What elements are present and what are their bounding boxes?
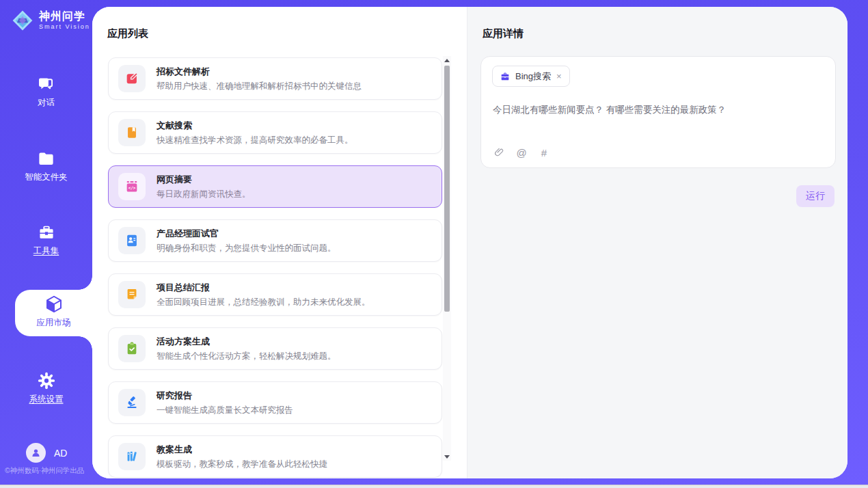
gear-icon — [37, 371, 56, 390]
user-account[interactable]: AD — [26, 443, 67, 463]
tool-chip-label: Bing搜索 — [515, 70, 551, 83]
app-card-list: 招标文件解析 帮助用户快速、准确地理解和解析招标书中的关键信息 文献搜索 快速精… — [108, 57, 442, 478]
brand-name: 神州问学 — [39, 10, 90, 23]
app-card-project-summary[interactable]: 项目总结汇报 全面回顾项目进展，总结经验教训，助力未来优化发展。 — [108, 273, 442, 316]
app-card-name: 活动方案生成 — [157, 336, 336, 348]
app-card-desc: 帮助用户快速、准确地理解和解析招标书中的关键信息 — [157, 81, 362, 92]
query-input[interactable]: 今日湖北有哪些新闻要点？ 有哪些需要关注的最新政策？ — [493, 103, 824, 117]
app-card-name: 教案生成 — [157, 444, 327, 456]
app-card-pm-interviewer[interactable]: 产品经理面试官 明确身份和职责，为您提供专业性的面试问题。 — [108, 219, 442, 262]
sidebar-item-app-market[interactable]: 应用市场 — [15, 294, 92, 329]
app-card-web-summary[interactable]: </> 网页摘要 每日政府新闻资讯快查。 — [108, 165, 442, 208]
paperclip-icon[interactable] — [493, 146, 505, 159]
app-window: 神州问学 Smart Vision 对话 智能文件夹 — [0, 0, 868, 488]
sidebar-item-label: 系统设置 — [29, 394, 64, 405]
cube-icon — [44, 294, 64, 314]
hash-tag-icon[interactable]: # — [538, 146, 550, 159]
folder-icon — [37, 150, 55, 168]
sidebar-item-toolbox[interactable]: 工具集 — [0, 223, 92, 257]
edit-document-icon — [118, 65, 146, 92]
interview-document-icon — [118, 227, 146, 254]
app-card-name: 研究报告 — [157, 390, 293, 402]
attachment-toolbar: @ # — [493, 146, 550, 159]
sidebar-item-smart-folder[interactable]: 智能文件夹 — [0, 150, 92, 183]
chip-close-icon[interactable]: × — [556, 72, 562, 81]
note-icon — [118, 281, 146, 308]
mention-at-icon[interactable]: @ — [515, 146, 528, 159]
app-list-title: 应用列表 — [107, 27, 148, 40]
app-card-lesson-plan[interactable]: 教案生成 模板驱动，教案秒成，教学准备从此轻松快捷 — [108, 435, 442, 478]
svg-text:</>: </> — [128, 185, 136, 190]
scrollbar-thumb[interactable] — [444, 66, 450, 312]
brand-subtitle: Smart Vision — [39, 24, 90, 31]
app-card-desc: 明确身份和职责，为您提供专业性的面试问题。 — [157, 243, 336, 254]
brand-diamond-logo-icon — [12, 10, 33, 31]
main-panel: 应用列表 招标文件解析 帮助用户快速、准确地理解和解析招标书中的关键信息 — [92, 7, 847, 478]
brand: 神州问学 Smart Vision — [12, 10, 90, 31]
scrollbar-down-arrow-icon[interactable] — [443, 452, 451, 461]
app-list-panel: 应用列表 招标文件解析 帮助用户快速、准确地理解和解析招标书中的关键信息 — [92, 7, 467, 478]
app-card-desc: 模板驱动，教案秒成，教学准备从此轻松快捷 — [157, 459, 327, 470]
sidebar-item-label: 对话 — [38, 97, 55, 109]
query-input-card: Bing搜索 × 今日湖北有哪些新闻要点？ 有哪些需要关注的最新政策？ @ # — [480, 56, 836, 168]
book-icon — [118, 119, 146, 146]
app-card-name: 产品经理面试官 — [157, 228, 336, 240]
avatar — [26, 443, 46, 463]
app-card-desc: 快速精准查找学术资源，提高研究效率的必备工具。 — [157, 135, 353, 146]
scrollbar-up-arrow-icon[interactable] — [443, 56, 451, 64]
app-detail-title: 应用详情 — [483, 27, 524, 40]
sidebar-item-label: 智能文件夹 — [25, 172, 68, 183]
list-scrollbar — [443, 56, 451, 461]
sidebar: 神州问学 Smart Vision 对话 智能文件夹 — [0, 0, 92, 488]
app-card-research-report[interactable]: 研究报告 一键智能生成高质量长文本研究报告 — [108, 381, 442, 424]
app-card-name: 项目总结汇报 — [157, 282, 370, 294]
app-card-name: 招标文件解析 — [157, 66, 362, 78]
books-icon — [118, 443, 146, 470]
briefcase-icon — [500, 71, 511, 82]
app-card-desc: 智能生成个性化活动方案，轻松解决规划难题。 — [157, 351, 336, 362]
user-initials: AD — [54, 448, 67, 459]
sidebar-item-label: 工具集 — [33, 245, 59, 257]
toolbox-icon — [37, 223, 56, 242]
app-card-desc: 每日政府新闻资讯快查。 — [157, 189, 251, 200]
browser-code-icon: </> — [118, 173, 146, 200]
microscope-icon — [118, 389, 146, 416]
run-button[interactable]: 运行 — [796, 185, 835, 207]
app-card-desc: 全面回顾项目进展，总结经验教训，助力未来优化发展。 — [157, 297, 370, 308]
app-card-name: 文献搜索 — [157, 120, 353, 132]
sidebar-item-label: 应用市场 — [37, 317, 71, 329]
chat-icon — [37, 75, 55, 94]
tool-chip-bing-search[interactable]: Bing搜索 × — [492, 66, 570, 87]
app-card-desc: 一键智能生成高质量长文本研究报告 — [157, 405, 293, 416]
app-detail-panel: 应用详情 Bing搜索 × 今日湖北有哪些新闻要点？ 有哪些需要关 — [467, 7, 847, 478]
app-card-event-plan[interactable]: 活动方案生成 智能生成个性化活动方案，轻松解决规划难题。 — [108, 327, 442, 370]
copyright-text: ©神州数码·神州问学出品 — [5, 466, 84, 476]
app-card-bid-analysis[interactable]: 招标文件解析 帮助用户快速、准确地理解和解析招标书中的关键信息 — [108, 57, 442, 100]
app-card-name: 网页摘要 — [157, 174, 251, 186]
sidebar-item-settings[interactable]: 系统设置 — [0, 371, 92, 405]
app-card-literature-search[interactable]: 文献搜索 快速精准查找学术资源，提高研究效率的必备工具。 — [108, 111, 442, 154]
clipboard-check-icon — [118, 335, 146, 362]
window-bottom-edge — [0, 485, 868, 488]
sidebar-item-chat[interactable]: 对话 — [0, 75, 92, 109]
